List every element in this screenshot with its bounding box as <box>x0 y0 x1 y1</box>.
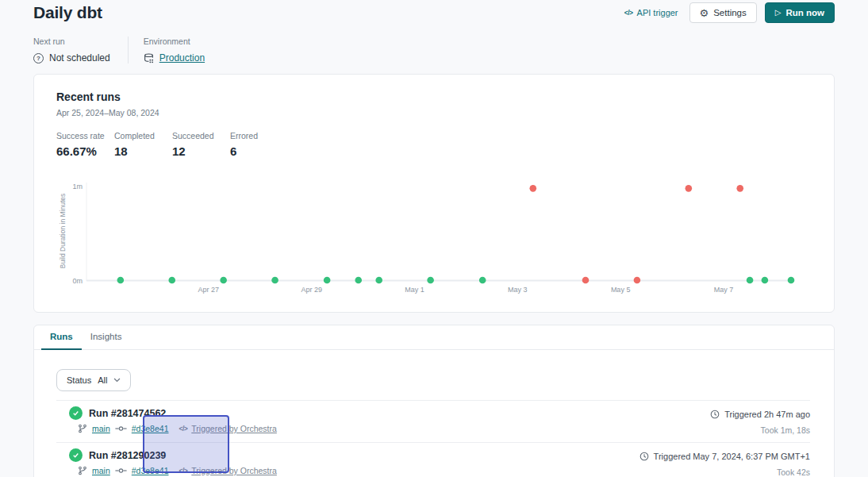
svg-text:Apr 27: Apr 27 <box>198 286 220 294</box>
gear-icon: ⚙ <box>700 8 709 18</box>
api-trigger-link[interactable]: </> API trigger <box>624 8 678 17</box>
run-duration: Took 1m, 18s <box>710 425 810 435</box>
chevron-down-icon <box>113 378 121 383</box>
status-filter-dropdown[interactable]: Status All <box>56 369 131 391</box>
clock-icon <box>639 452 649 461</box>
page-header: Daily dbt </> API trigger ⚙ Settings ▷ R… <box>0 0 868 23</box>
branch-link[interactable]: main <box>92 466 110 475</box>
stat-succeeded: Succeeded 12 <box>172 131 225 158</box>
clock-icon <box>710 410 720 419</box>
git-branch-icon <box>78 424 87 433</box>
next-run-block: Next run ? Not scheduled <box>33 37 129 63</box>
question-circle-icon: ? <box>33 53 44 63</box>
run-now-label: Run now <box>785 8 824 17</box>
status-filter-value: All <box>98 375 107 385</box>
svg-text:May 7: May 7 <box>714 286 734 294</box>
api-trigger-label: API trigger <box>637 8 678 17</box>
environment-label: Environment <box>144 37 205 46</box>
environment-link[interactable]: Production <box>159 52 205 63</box>
run-duration-points[interactable] <box>117 185 795 283</box>
settings-button[interactable]: ⚙ Settings <box>689 2 757 23</box>
play-icon: ▷ <box>775 9 782 17</box>
recent-runs-stats: Success rate 66.67% Completed 18 Succeed… <box>56 131 812 158</box>
build-duration-chart: Build Duration in Minutes 1m 0m Apr 27Ap… <box>56 178 812 298</box>
next-run-label: Next run <box>33 37 110 46</box>
x-axis-ticks: Apr 27Apr 29May 1May 3May 5May 7 <box>198 286 734 294</box>
tabs-bar: Runs Insights <box>34 325 834 350</box>
recent-runs-card: Recent runs Apr 25, 2024–May 08, 2024 Su… <box>33 74 835 313</box>
recent-runs-date-range: Apr 25, 2024–May 08, 2024 <box>56 108 812 117</box>
git-branch-icon <box>78 466 87 475</box>
stat-errored: Errored 6 <box>230 131 282 158</box>
svg-text:May 1: May 1 <box>405 286 424 294</box>
git-commit-icon <box>115 467 127 475</box>
environment-database-icon <box>144 53 154 63</box>
run-row-2-meta: Triggered May 7, 2024, 6:37 PM GMT+1 Too… <box>639 448 810 477</box>
environment-block: Environment Production <box>129 37 205 63</box>
tab-runs[interactable]: Runs <box>41 325 82 349</box>
stat-completed: Completed 18 <box>114 131 167 158</box>
success-check-icon <box>69 406 83 420</box>
header-actions: </> API trigger ⚙ Settings ▷ Run now <box>624 2 835 23</box>
next-run-value-row: ? Not scheduled <box>33 52 110 63</box>
page-title: Daily dbt <box>33 2 102 23</box>
stat-success-rate: Success rate 66.67% <box>56 131 109 158</box>
success-check-icon <box>69 448 83 462</box>
triggered-time: Triggered 2h 47m ago <box>724 410 810 419</box>
job-meta-row: Next run ? Not scheduled Environment Pro… <box>0 37 868 63</box>
run-row-1-meta: Triggered 2h 47m ago Took 1m, 18s <box>710 406 810 435</box>
tab-insights[interactable]: Insights <box>82 325 131 349</box>
svg-text:May 5: May 5 <box>611 286 631 294</box>
environment-value-row: Production <box>144 52 205 63</box>
svg-text:Apr 29: Apr 29 <box>301 286 322 294</box>
triggered-time: Triggered May 7, 2024, 6:37 PM GMT+1 <box>654 452 810 461</box>
highlight-overlay-box <box>143 415 229 473</box>
next-run-value: Not scheduled <box>49 52 110 63</box>
y-tick-0m: 0m <box>72 277 83 285</box>
branch-link[interactable]: main <box>92 424 110 433</box>
run-duration: Took 42s <box>639 467 810 477</box>
chart-canvas: 1m 0m Apr 27Apr 29May 1May 3May 5May 7 <box>56 178 813 298</box>
code-icon: </> <box>624 9 633 17</box>
status-filter-label: Status <box>67 375 91 385</box>
y-tick-1m: 1m <box>72 183 83 190</box>
settings-label: Settings <box>713 8 747 17</box>
run-now-button[interactable]: ▷ Run now <box>765 2 835 23</box>
git-commit-icon <box>115 425 127 433</box>
svg-text:May 3: May 3 <box>508 286 528 294</box>
recent-runs-title: Recent runs <box>56 90 812 103</box>
